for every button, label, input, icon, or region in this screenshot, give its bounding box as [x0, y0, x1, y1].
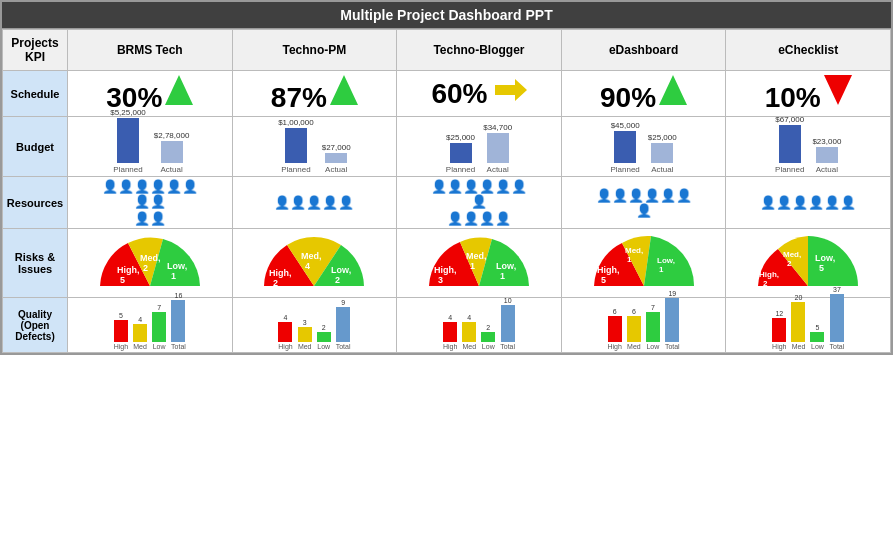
- quality-label: Quality(Open Defects): [3, 298, 68, 353]
- quality-edash-low-val: 7: [651, 304, 655, 311]
- quality-med-label: Med: [298, 343, 312, 350]
- person-icon: 👤: [274, 195, 290, 210]
- person-icon: 👤: [636, 203, 652, 218]
- quality-low-label: Low: [482, 343, 495, 350]
- svg-text:5: 5: [120, 275, 125, 285]
- quality-brms: 5 High 4 Med 7 Low: [68, 298, 233, 353]
- svg-text:1: 1: [500, 271, 505, 281]
- person-icon-red: 👤: [463, 211, 479, 226]
- svg-text:Med,: Med,: [783, 250, 801, 259]
- quality-technob-low-bar: [481, 332, 495, 342]
- quality-technopm-high-val: 4: [284, 314, 288, 321]
- header-row: ProjectsKPI BRMS Tech Techno-PM Techno-B…: [3, 30, 891, 71]
- quality-technob-total-bar: [501, 305, 515, 342]
- schedule-brms: 30%: [68, 71, 233, 117]
- budget-label: Budget: [3, 117, 68, 177]
- svg-text:Low,: Low,: [657, 256, 675, 265]
- quality-technopm-low-bar: [317, 332, 331, 342]
- person-icon: 👤: [808, 195, 824, 210]
- quality-row: Quality(Open Defects) 5 High 4 Med: [3, 298, 891, 353]
- budget-brms-actual-val: $2,78,000: [154, 131, 190, 140]
- person-icon: 👤: [150, 179, 166, 194]
- gauge-technob: High, 3 Med, 1 Low, 1: [424, 231, 534, 293]
- quality-technopm-med-bar: [298, 327, 312, 342]
- svg-text:1: 1: [627, 255, 632, 264]
- budget-technopm-planned-label: Planned: [281, 165, 310, 174]
- col-header-echeck: eChecklist: [726, 30, 891, 71]
- person-icon: 👤: [463, 179, 479, 194]
- person-icon: 👤: [644, 188, 660, 203]
- budget-edash-planned-label: Planned: [610, 165, 639, 174]
- resources-technob: 👤 👤 👤 👤 👤 👤 👤 👤 👤 👤 👤: [397, 177, 562, 229]
- quality-brms-total-bar: [171, 300, 185, 342]
- budget-technob-actual-val: $34,700: [483, 123, 512, 132]
- person-icon: 👤: [322, 195, 338, 210]
- person-icon: 👤: [792, 195, 808, 210]
- risks-row: Risks & Issues High, 5 Med, 2 Low: [3, 229, 891, 298]
- svg-text:Low,: Low,: [815, 253, 835, 263]
- budget-edash-planned-bar: [614, 131, 636, 163]
- person-icon: 👤: [495, 179, 511, 194]
- person-icon-red: 👤: [447, 211, 463, 226]
- schedule-label: Schedule: [3, 71, 68, 117]
- svg-text:5: 5: [819, 263, 824, 273]
- resources-edash: 👤 👤 👤 👤 👤 👤 👤: [561, 177, 726, 229]
- col-header-edash: eDashboard: [561, 30, 726, 71]
- person-icon: 👤: [660, 188, 676, 203]
- budget-echeck-planned-val: $67,000: [775, 115, 804, 124]
- person-icon: 👤: [612, 188, 628, 203]
- quality-technopm-total-val: 9: [341, 299, 345, 306]
- svg-text:Med,: Med,: [625, 246, 643, 255]
- budget-technob-planned-bar: [450, 143, 472, 163]
- budget-edash-actual-bar: [651, 143, 673, 163]
- person-icon: 👤: [824, 195, 840, 210]
- col-header-brms: BRMS Tech: [68, 30, 233, 71]
- budget-echeck-actual-bar: [816, 147, 838, 163]
- budget-technopm-actual-label: Actual: [325, 165, 347, 174]
- svg-text:1: 1: [470, 261, 475, 271]
- svg-text:4: 4: [305, 261, 310, 271]
- quality-brms-high-val: 5: [119, 312, 123, 319]
- svg-text:Med,: Med,: [301, 251, 322, 261]
- quality-low-label: Low: [317, 343, 330, 350]
- budget-row: Budget $5,25,000 Planned $2,78,000 Actua…: [3, 117, 891, 177]
- quality-echeck-total-bar: [830, 294, 844, 342]
- risks-technob: High, 3 Med, 1 Low, 1: [397, 229, 562, 298]
- quality-technob-med-bar: [462, 322, 476, 342]
- budget-technob-actual-bar: [487, 133, 509, 163]
- svg-marker-2: [495, 79, 527, 101]
- quality-med-label: Med: [133, 343, 147, 350]
- svg-text:2: 2: [787, 259, 792, 268]
- quality-high-label: High: [114, 343, 128, 350]
- budget-technob-planned-label: Planned: [446, 165, 475, 174]
- svg-text:High,: High,: [269, 268, 292, 278]
- quality-total-label: Total: [829, 343, 844, 350]
- person-icon: 👤: [776, 195, 792, 210]
- quality-edash-high-val: 6: [613, 308, 617, 315]
- col-header-kpi: ProjectsKPI: [3, 30, 68, 71]
- person-icon: 👤: [628, 188, 644, 203]
- quality-low-label: Low: [811, 343, 824, 350]
- quality-technopm-high-bar: [278, 322, 292, 342]
- gauge-edash: High, 5 Med, 1 Low, 1: [589, 231, 699, 293]
- schedule-technopm: 87%: [232, 71, 397, 117]
- svg-text:Low,: Low,: [331, 265, 351, 275]
- svg-text:High,: High,: [597, 265, 620, 275]
- person-icon-red: 👤: [495, 211, 511, 226]
- quality-med-label: Med: [627, 343, 641, 350]
- budget-brms-planned-val: $5,25,000: [110, 108, 146, 117]
- quality-technopm-low-val: 2: [322, 324, 326, 331]
- quality-echeck-high-bar: [772, 318, 786, 342]
- risks-brms: High, 5 Med, 2 Low, 1: [68, 229, 233, 298]
- person-icon: 👤: [447, 179, 463, 194]
- person-icon-red: 👤: [479, 211, 495, 226]
- resources-echeck: 👤 👤 👤 👤 👤 👤: [726, 177, 891, 229]
- resources-row: Resources 👤 👤 👤 👤 👤 👤 👤 👤 👤: [3, 177, 891, 229]
- budget-technob-planned-val: $25,000: [446, 133, 475, 142]
- quality-med-label: Med: [792, 343, 806, 350]
- schedule-edash: 90%: [561, 71, 726, 117]
- svg-text:Low,: Low,: [496, 261, 516, 271]
- quality-echeck-high-val: 12: [775, 310, 783, 317]
- person-icon: 👤: [676, 188, 692, 203]
- down-red-arrow-echeck: [824, 73, 852, 107]
